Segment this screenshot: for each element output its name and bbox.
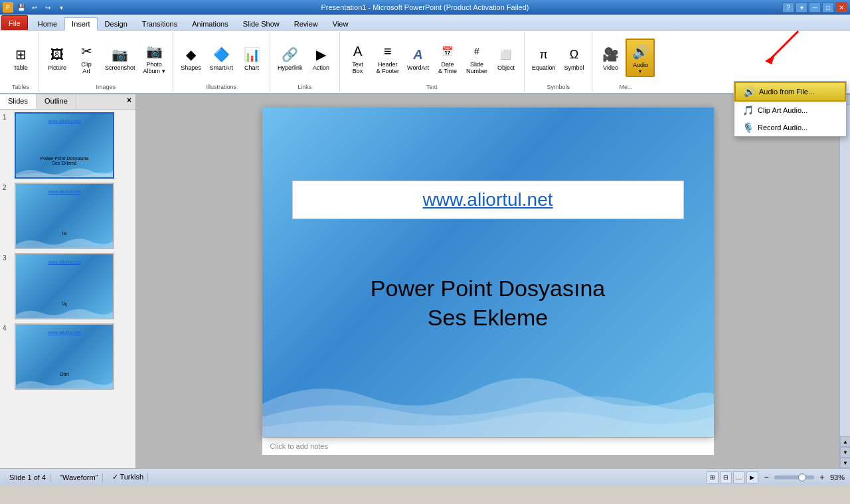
language-label: Turkish bbox=[120, 473, 143, 481]
tab-file[interactable]: File bbox=[1, 15, 28, 30]
slide-title-line1: Power Point Dosyasına bbox=[371, 276, 605, 301]
action-button[interactable]: ▶ Action bbox=[307, 42, 335, 74]
ribbon-group-tables: ⊞ Table Tables bbox=[3, 32, 39, 92]
screenshot-button[interactable]: 📷 Screenshot bbox=[102, 42, 139, 74]
main-area: Slides Outline × 1 www.aliortul.net Powe… bbox=[0, 94, 850, 468]
scroll-next-page[interactable]: ▼ bbox=[840, 447, 850, 458]
arrow-indicator bbox=[752, 28, 792, 68]
record-audio-icon: 🎙️ bbox=[742, 122, 754, 133]
slide-number-4: 4 bbox=[3, 323, 11, 332]
slide-item-1[interactable]: 1 www.aliortul.net Power Point Dosyasına… bbox=[3, 112, 133, 179]
slidenumber-button[interactable]: # SlideNumber bbox=[463, 39, 491, 77]
tab-design[interactable]: Design bbox=[98, 17, 135, 30]
scroll-down-btn[interactable]: ▼ bbox=[840, 458, 850, 468]
headerfooter-button[interactable]: ≡ Header& Footer bbox=[373, 39, 403, 77]
reading-view-btn[interactable]: 📖 bbox=[733, 471, 745, 483]
chart-button[interactable]: 📊 Chart bbox=[238, 42, 266, 74]
tab-home[interactable]: Home bbox=[31, 17, 64, 30]
notes-area[interactable]: Click to add notes bbox=[262, 437, 714, 455]
slide-thumb-content-2: www.aliortul.net İki bbox=[16, 184, 113, 248]
tab-outline[interactable]: Outline bbox=[37, 94, 76, 109]
maximize-btn[interactable]: □ bbox=[822, 2, 834, 13]
zoom-slider-thumb bbox=[798, 473, 806, 481]
window-controls: ? ▾ ─ □ ✕ bbox=[782, 2, 847, 13]
tab-view[interactable]: View bbox=[325, 17, 356, 30]
wordart-button[interactable]: A WordArt bbox=[404, 42, 432, 74]
smartart-icon: 🔷 bbox=[211, 44, 232, 65]
slide-canvas[interactable]: www.aliortul.net Power Point Dosyasına S… bbox=[262, 108, 714, 437]
clipart-label: ClipArt bbox=[81, 62, 92, 75]
redo-quick-btn[interactable]: ↪ bbox=[42, 2, 54, 13]
media-items: 🎥 Video 🔊 Audio ▾ bbox=[596, 33, 655, 82]
audio-from-file-label: Audio from File... bbox=[759, 88, 814, 96]
window-title: Presentation1 - Microsoft PowerPoint (Pr… bbox=[321, 3, 529, 11]
datetime-icon: 📅 bbox=[437, 41, 458, 62]
scroll-track[interactable] bbox=[840, 105, 850, 436]
zoom-in-btn[interactable]: + bbox=[817, 472, 827, 483]
slide-thumb-wave-4 bbox=[16, 375, 113, 388]
save-quick-btn[interactable]: 💾 bbox=[15, 2, 27, 13]
tables-items: ⊞ Table bbox=[7, 33, 35, 82]
zoom-level[interactable]: 93% bbox=[830, 473, 845, 481]
textbox-button[interactable]: A TextBox bbox=[344, 39, 372, 77]
app-icon: P bbox=[3, 2, 13, 13]
shapes-button[interactable]: ◆ Shapes bbox=[177, 42, 205, 74]
quick-access-toolbar: 💾 ↩ ↪ ▾ bbox=[15, 2, 67, 13]
slideshow-btn[interactable]: ▶ bbox=[746, 471, 758, 483]
clip-art-audio-item[interactable]: 🎵 Clip Art Audio... bbox=[734, 102, 846, 119]
equation-button[interactable]: π Equation bbox=[529, 42, 559, 74]
clipart-button[interactable]: ✂ ClipArt bbox=[72, 39, 100, 77]
slide-item-3[interactable]: 3 www.aliortul.net Üç bbox=[3, 253, 133, 319]
record-audio-item[interactable]: 🎙️ Record Audio... bbox=[734, 119, 846, 136]
ribbon: ⊞ Table Tables 🖼 Picture ✂ ClipArt 📷 Scr… bbox=[0, 31, 850, 94]
slidenumber-icon: # bbox=[466, 41, 487, 62]
screenshot-label: Screenshot bbox=[105, 65, 135, 72]
close-btn[interactable]: ✕ bbox=[835, 2, 847, 13]
undo-quick-btn[interactable]: ↩ bbox=[29, 2, 41, 13]
slide-thumb-wave-1 bbox=[16, 164, 113, 177]
object-label: Object bbox=[497, 65, 515, 72]
table-button[interactable]: ⊞ Table bbox=[7, 42, 35, 74]
ribbon-collapse-btn[interactable]: ▾ bbox=[796, 2, 808, 13]
datetime-button[interactable]: 📅 Date& Time bbox=[434, 39, 462, 77]
slide-thumb-wave-2 bbox=[16, 234, 113, 248]
photoalbum-button[interactable]: 📷 PhotoAlbum ▾ bbox=[140, 39, 169, 77]
normal-view-btn[interactable]: ⊞ bbox=[707, 471, 719, 483]
tab-slideshow[interactable]: Slide Show bbox=[236, 17, 287, 30]
minimize-btn[interactable]: ─ bbox=[809, 2, 821, 13]
slide-sorter-btn[interactable]: ⊟ bbox=[720, 471, 732, 483]
symbol-button[interactable]: Ω Symbol bbox=[560, 42, 588, 74]
symbols-group-label: Symbols bbox=[547, 82, 570, 90]
zoom-out-btn[interactable]: − bbox=[761, 472, 772, 483]
tab-review[interactable]: Review bbox=[287, 17, 325, 30]
language-icon: ✓ bbox=[112, 473, 118, 481]
table-label: Table bbox=[13, 65, 28, 72]
audio-from-file-item[interactable]: 🔊 Audio from File... bbox=[734, 82, 846, 102]
tab-animations[interactable]: Animations bbox=[185, 17, 235, 30]
slide-thumb-content-1: www.aliortul.net Power Point DosyasınaSe… bbox=[16, 114, 113, 177]
object-button[interactable]: ⬜ Object bbox=[492, 42, 520, 74]
photoalbum-icon: 📷 bbox=[143, 41, 165, 62]
picture-button[interactable]: 🖼 Picture bbox=[43, 42, 71, 74]
panel-close-btn[interactable]: × bbox=[123, 94, 135, 109]
customize-quick-btn[interactable]: ▾ bbox=[55, 2, 67, 13]
smartart-button[interactable]: 🔷 SmartArt bbox=[207, 42, 237, 74]
status-bar: Slide 1 of 4 "Waveform" ✓ Turkish ⊞ ⊟ 📖 … bbox=[0, 468, 850, 485]
screenshot-icon: 📷 bbox=[110, 44, 131, 65]
hyperlink-button[interactable]: 🔗 Hyperlink bbox=[274, 42, 306, 74]
slide-thumb-url-1: www.aliortul.net bbox=[48, 119, 80, 124]
slide-title-line2: Ses Ekleme bbox=[428, 305, 548, 330]
scroll-prev-page[interactable]: ▲ bbox=[840, 436, 850, 447]
tab-insert[interactable]: Insert bbox=[64, 17, 98, 31]
audio-button[interactable]: 🔊 Audio ▾ bbox=[626, 39, 655, 78]
slide-item-2[interactable]: 2 www.aliortul.net İki bbox=[3, 183, 133, 249]
slide-thumb-2: www.aliortul.net İki bbox=[15, 183, 114, 249]
tab-transitions[interactable]: Transitions bbox=[135, 17, 185, 30]
help-btn[interactable]: ? bbox=[782, 2, 794, 13]
video-button[interactable]: 🎥 Video bbox=[596, 42, 624, 74]
slide-item-4[interactable]: 4 www.aliortul.net Dört bbox=[3, 323, 133, 390]
language-indicator[interactable]: ✓ Turkish bbox=[108, 473, 149, 481]
action-label: Action bbox=[313, 65, 329, 72]
zoom-slider[interactable] bbox=[774, 475, 814, 479]
tab-slides[interactable]: Slides bbox=[0, 94, 37, 109]
